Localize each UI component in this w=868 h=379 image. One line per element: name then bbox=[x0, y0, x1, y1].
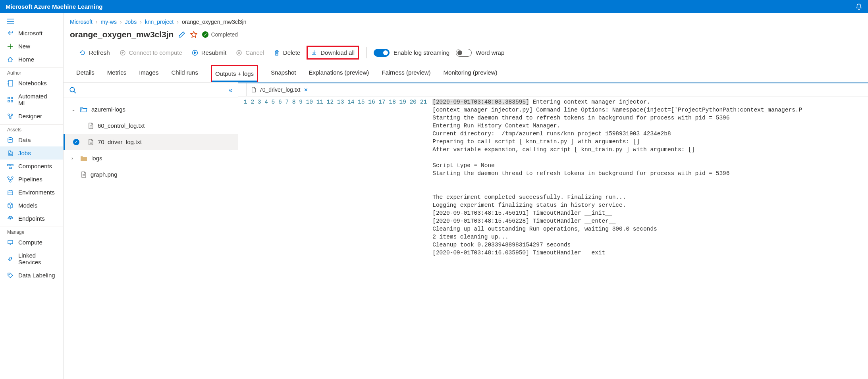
tab-details[interactable]: Details bbox=[76, 65, 95, 82]
nav-notebooks[interactable]: Notebooks bbox=[0, 77, 63, 90]
labeling-icon bbox=[7, 272, 14, 279]
link-icon bbox=[7, 256, 14, 262]
main-area: Microsoft › my-ws › Jobs › knn_project ›… bbox=[64, 13, 868, 379]
notifications-icon[interactable] bbox=[855, 3, 862, 10]
crumb-project[interactable]: knn_project bbox=[145, 19, 174, 25]
search-icon[interactable] bbox=[69, 87, 76, 94]
nav-pipelines[interactable]: Pipelines bbox=[0, 173, 63, 186]
line-gutter: 1 2 3 4 5 6 7 8 9 10 11 12 13 14 15 16 1… bbox=[238, 98, 432, 379]
nav-home[interactable]: Home bbox=[0, 53, 63, 66]
svg-point-8 bbox=[8, 137, 13, 139]
tab-child-runs[interactable]: Child runs bbox=[171, 65, 198, 82]
nav-linked-services[interactable]: Linked Services bbox=[0, 249, 63, 269]
nav-jobs[interactable]: Jobs bbox=[0, 146, 63, 160]
nav-data-labeling[interactable]: Data Labeling bbox=[0, 269, 63, 282]
nav-automl[interactable]: Automated ML bbox=[0, 90, 63, 110]
nav-models[interactable]: Models bbox=[0, 199, 63, 212]
nav-data[interactable]: Data bbox=[0, 133, 63, 146]
nav-designer[interactable]: Designer bbox=[0, 110, 63, 123]
svg-point-12 bbox=[8, 177, 9, 178]
back-button[interactable]: Microsoft bbox=[0, 27, 63, 40]
tab-images[interactable]: Images bbox=[139, 65, 158, 82]
section-assets: Assets bbox=[0, 124, 63, 133]
file-70-driver-log[interactable]: ✓ 70_driver_log.txt bbox=[64, 134, 238, 150]
download-all-button[interactable]: Download all bbox=[307, 46, 359, 60]
toggle-switch-on[interactable] bbox=[374, 49, 390, 57]
nav-compute[interactable]: Compute bbox=[0, 236, 63, 249]
code-area[interactable]: 1 2 3 4 5 6 7 8 9 10 11 12 13 14 15 16 1… bbox=[238, 96, 868, 379]
toggle-switch-off[interactable] bbox=[456, 49, 472, 57]
svg-point-16 bbox=[10, 218, 11, 219]
edit-icon[interactable] bbox=[178, 31, 185, 38]
code-content: [2020-09-01T03:48:03.383595] Entering co… bbox=[432, 98, 802, 379]
svg-rect-10 bbox=[11, 164, 13, 166]
tab-metrics[interactable]: Metrics bbox=[107, 65, 126, 82]
nav-components[interactable]: Components bbox=[0, 160, 63, 173]
file-graph-png[interactable]: graph.png bbox=[64, 166, 238, 183]
job-title: orange_oxygen_mw3cl3jn bbox=[70, 30, 174, 39]
cancel-button: Cancel bbox=[233, 47, 267, 58]
section-author: Author bbox=[0, 67, 63, 77]
chevron-down-icon: ⌄ bbox=[71, 107, 76, 112]
check-circle-icon: ✓ bbox=[202, 31, 208, 38]
svg-rect-2 bbox=[11, 97, 13, 99]
back-label: Microsoft bbox=[18, 30, 42, 37]
left-navigation: Microsoft New Home Author Notebooks Auto… bbox=[0, 13, 64, 379]
svg-point-22 bbox=[70, 87, 74, 92]
connect-compute-button: Connect to compute bbox=[116, 47, 185, 58]
file-icon bbox=[88, 139, 94, 145]
svg-point-18 bbox=[9, 274, 10, 275]
delete-button[interactable]: Delete bbox=[270, 47, 303, 58]
favorite-star-icon[interactable] bbox=[190, 31, 197, 38]
crumb-ws[interactable]: my-ws bbox=[100, 19, 116, 25]
svg-rect-0 bbox=[8, 81, 13, 86]
download-icon bbox=[311, 50, 317, 56]
toolbar: Refresh Connect to compute Resubmit Canc… bbox=[64, 46, 868, 65]
toolbar-separator bbox=[366, 47, 366, 58]
environments-icon bbox=[7, 189, 14, 196]
svg-point-13 bbox=[12, 177, 13, 178]
chevron-right-icon: › bbox=[140, 19, 142, 25]
jobs-icon bbox=[7, 150, 14, 156]
notebook-icon bbox=[7, 80, 14, 87]
word-wrap-toggle[interactable]: Word wrap bbox=[456, 49, 504, 57]
chevron-right-icon: › bbox=[177, 19, 179, 25]
nav-new[interactable]: New bbox=[0, 40, 63, 53]
svg-rect-15 bbox=[8, 191, 13, 195]
enable-log-streaming-toggle[interactable]: Enable log streaming bbox=[374, 49, 449, 57]
svg-rect-17 bbox=[8, 240, 13, 244]
tab-outputs-logs[interactable]: Outputs + logs bbox=[211, 65, 258, 82]
nav-environments[interactable]: Environments bbox=[0, 186, 63, 199]
crumb-jobs[interactable]: Jobs bbox=[125, 19, 137, 25]
tab-monitoring[interactable]: Monitoring (preview) bbox=[444, 65, 498, 82]
play-icon bbox=[192, 50, 198, 56]
folder-azureml-logs[interactable]: ⌄ azureml-logs bbox=[64, 101, 238, 117]
tab-explanations[interactable]: Explanations (preview) bbox=[309, 65, 369, 82]
nav-endpoints[interactable]: Endpoints bbox=[0, 212, 63, 225]
folder-icon bbox=[80, 156, 87, 161]
back-arrow-icon bbox=[7, 30, 14, 37]
refresh-button[interactable]: Refresh bbox=[76, 47, 113, 58]
hamburger-icon[interactable] bbox=[0, 16, 63, 27]
cancel-icon bbox=[236, 50, 242, 56]
editor-tab-70-driver-log[interactable]: 70_driver_log.txt ✕ bbox=[246, 83, 313, 96]
file-icon bbox=[81, 171, 87, 178]
folder-logs[interactable]: › logs bbox=[64, 150, 238, 166]
collapse-panel-icon[interactable]: « bbox=[229, 87, 232, 94]
chevron-right-icon: › bbox=[71, 156, 76, 161]
designer-icon bbox=[7, 113, 14, 119]
trash-icon bbox=[274, 50, 280, 56]
components-icon bbox=[7, 163, 14, 169]
close-tab-icon[interactable]: ✕ bbox=[304, 87, 308, 93]
resubmit-button[interactable]: Resubmit bbox=[189, 47, 230, 58]
check-circle-icon: ✓ bbox=[73, 139, 79, 145]
folder-open-icon bbox=[80, 107, 87, 112]
tab-snapshot[interactable]: Snapshot bbox=[271, 65, 296, 82]
tab-fairness[interactable]: Fairness (preview) bbox=[382, 65, 430, 82]
crumb-root[interactable]: Microsoft bbox=[70, 19, 93, 25]
svg-rect-9 bbox=[8, 164, 10, 166]
file-60-control-log[interactable]: 60_control_log.txt bbox=[64, 117, 238, 134]
svg-rect-1 bbox=[8, 97, 10, 99]
svg-point-5 bbox=[8, 114, 10, 115]
detail-tabs: Details Metrics Images Child runs Output… bbox=[64, 65, 868, 82]
